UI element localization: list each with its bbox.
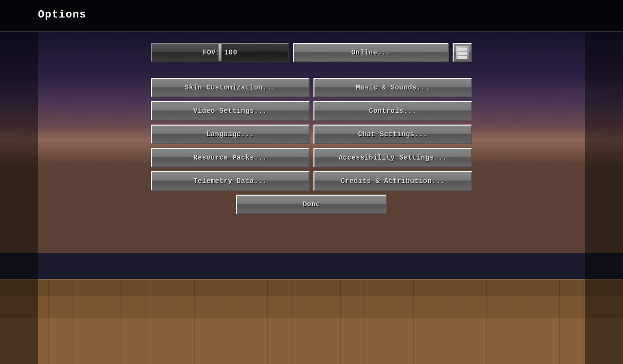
language-button[interactable]: Language... (151, 125, 310, 144)
server-list-icon (456, 46, 469, 59)
fov-label: FOV: 100 (152, 49, 288, 56)
music-sounds-button[interactable]: Music & Sounds... (313, 78, 472, 97)
fov-online-row: FOV: 100 Online... (151, 43, 472, 62)
main-content: Options FOV: 100 Online... Skin Customiz… (0, 0, 623, 364)
options-container: FOV: 100 Online... Skin Customization...… (151, 43, 472, 214)
controls-button[interactable]: Controls... (313, 101, 472, 121)
skin-customization-button[interactable]: Skin Customization... (151, 78, 310, 97)
accessibility-settings-button[interactable]: Accessibility Settings... (313, 148, 472, 167)
page-title: Options (38, 9, 86, 21)
online-button[interactable]: Online... (293, 43, 449, 62)
fov-slider-container[interactable]: FOV: 100 (151, 43, 289, 62)
credits-attribution-button[interactable]: Credits & Attribution... (313, 171, 472, 191)
video-settings-button[interactable]: Video Settings... (151, 101, 310, 121)
chat-settings-button[interactable]: Chat Settings... (313, 125, 472, 144)
fov-slider[interactable]: FOV: 100 (151, 43, 289, 62)
resource-packs-button[interactable]: Resource Packs... (151, 148, 310, 167)
server-list-button[interactable] (453, 43, 472, 62)
telemetry-data-button[interactable]: Telemetry Data... (151, 171, 310, 191)
done-button[interactable]: Done (236, 195, 387, 214)
button-grid: Skin Customization... Music & Sounds... … (151, 78, 472, 214)
